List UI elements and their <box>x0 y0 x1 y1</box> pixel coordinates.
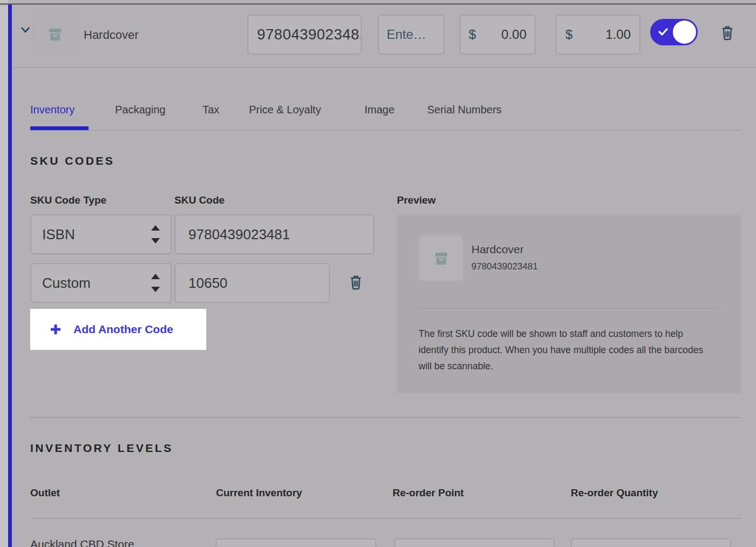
page-left-gutter <box>0 0 8 547</box>
variant-image-placeholder[interactable] <box>32 12 77 57</box>
sku-code-type-column-header: SKU Code Type <box>30 194 106 206</box>
select-stepper-icon[interactable] <box>151 225 160 244</box>
tab-price-loyalty[interactable]: Price & Loyalty <box>249 104 321 116</box>
sku-code-column-header: SKU Code <box>174 194 225 206</box>
tab-image[interactable]: Image <box>364 104 395 116</box>
delete-sku-code-trash-icon[interactable] <box>349 275 363 290</box>
reorder-point-input[interactable] <box>394 538 555 547</box>
sku-type-select[interactable]: Custom <box>30 263 172 303</box>
delete-variant-trash-icon[interactable] <box>720 25 734 40</box>
table-header-divider <box>30 518 741 519</box>
select-stepper-icon[interactable] <box>151 274 160 292</box>
variant-supplier-code-input[interactable] <box>378 15 444 55</box>
outlet-name-label: Auckland CBD Store <box>30 538 134 547</box>
preview-heading: Preview <box>397 194 436 206</box>
preview-product-name: Hardcover <box>471 243 524 256</box>
add-another-code-button[interactable]: Add Another Code <box>30 309 206 350</box>
reorder-point-column-header: Re-order Point <box>393 487 464 499</box>
toggle-knob <box>673 21 696 44</box>
sku-code-input[interactable]: 9780439023481 <box>174 214 374 254</box>
variant-editor-page: Hardcover 9780439023481 $ 0.00 $ 1.00 In… <box>0 0 756 547</box>
tab-tax[interactable]: Tax <box>202 104 219 116</box>
box-icon <box>48 28 62 41</box>
preview-divider <box>418 308 719 309</box>
outlet-column-header: Outlet <box>30 487 60 499</box>
variant-retail-price-input[interactable]: $ 1.00 <box>556 15 640 55</box>
variant-enabled-toggle[interactable] <box>650 19 698 45</box>
active-tab-indicator <box>30 126 89 130</box>
sku-type-select[interactable]: ISBN <box>30 214 172 254</box>
box-icon <box>434 252 448 265</box>
preview-image-placeholder <box>418 236 463 281</box>
currency-symbol: $ <box>565 27 572 42</box>
preview-description: The first SKU code will be shown to staf… <box>418 326 716 374</box>
preview-card: Hardcover 9780439023481 The first SKU co… <box>397 214 741 393</box>
tab-serial-numbers[interactable]: Serial Numbers <box>427 104 502 116</box>
check-icon <box>658 28 668 36</box>
variant-header-divider <box>12 67 756 68</box>
reorder-quantity-input[interactable] <box>571 538 731 547</box>
reorder-quantity-column-header: Re-order Quantity <box>571 487 658 499</box>
inventory-levels-heading: INVENTORY LEVELS <box>30 442 173 455</box>
sku-codes-heading: SKU CODES <box>30 154 114 167</box>
tabs-baseline <box>30 130 741 131</box>
plus-icon <box>50 323 62 335</box>
current-inventory-column-header: Current Inventory <box>216 487 302 499</box>
variant-name-label: Hardcover <box>84 28 138 42</box>
section-divider <box>30 417 741 418</box>
expanded-variant-accent-bar <box>8 4 12 547</box>
tab-inventory[interactable]: Inventory <box>30 104 75 116</box>
tab-packaging[interactable]: Packaging <box>115 104 165 116</box>
panel-top-border <box>0 3 756 5</box>
preview-product-code: 9780439023481 <box>471 261 538 272</box>
currency-symbol: $ <box>469 27 476 42</box>
sku-code-input[interactable]: 10650 <box>174 263 330 303</box>
collapse-chevron-icon[interactable] <box>19 24 32 36</box>
variant-supply-price-input[interactable]: $ 0.00 <box>460 15 536 55</box>
current-inventory-input[interactable] <box>215 538 376 547</box>
variant-sku-input[interactable]: 9780439023481 <box>247 15 362 55</box>
